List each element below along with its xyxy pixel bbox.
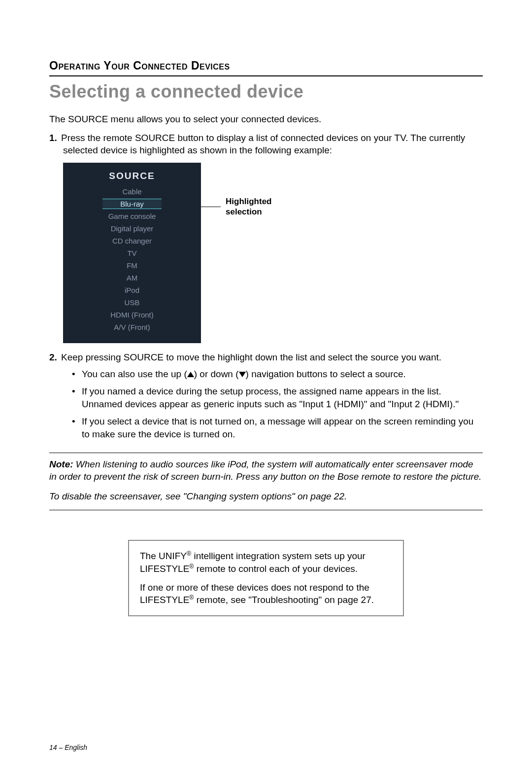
note-rule-bottom [49, 510, 483, 510]
step-text: Keep pressing SOURCE to move the highlig… [61, 352, 441, 362]
note-label: Note: [49, 459, 73, 469]
note-paragraph: Note: When listening to audio sources li… [49, 458, 483, 483]
info-box: The UNIFY® intelligent integration syste… [128, 540, 404, 617]
step-1: 1.Press the remote SOURCE button to disp… [63, 132, 483, 157]
info-p2: If one or more of these devices does not… [140, 581, 392, 607]
source-item: HDMI (Front) [110, 310, 154, 320]
source-item: A/V (Front) [114, 322, 150, 332]
note-disable: To disable the screensaver, see "Changin… [49, 490, 483, 503]
section-header: Operating Your Connected Devices [49, 59, 483, 72]
step-2: 2.Keep pressing SOURCE to move the highl… [63, 351, 483, 441]
source-menu-title: SOURCE [109, 171, 155, 181]
info-p1: The UNIFY® intelligent integration syste… [140, 550, 392, 575]
intro-text: The SOURCE menu allows you to select you… [49, 113, 483, 126]
source-item: FM [127, 260, 137, 271]
bullet-named-device: If you named a device during the setup p… [72, 385, 483, 410]
source-item: Cable [122, 186, 141, 197]
step-number: 1. [49, 132, 61, 144]
source-item: CD changer [112, 236, 152, 246]
source-item: TV [127, 248, 136, 258]
registered-mark: ® [187, 550, 191, 557]
source-item: Digital player [111, 223, 154, 234]
source-item: Game console [108, 211, 156, 221]
note-rule-top [49, 453, 483, 453]
source-item: iPod [125, 285, 139, 295]
bullet-nav-buttons: You can also use the up () or down () na… [72, 368, 483, 381]
source-item: USB [125, 297, 140, 308]
up-arrow-icon [187, 372, 194, 377]
source-item-highlighted: Blu-ray [102, 199, 162, 209]
figure-callout: Highlighted selection [201, 196, 271, 217]
note-body: When listening to audio sources like iPo… [49, 459, 482, 482]
callout-label: Highlighted selection [226, 196, 271, 217]
source-item: AM [127, 273, 138, 283]
down-arrow-icon [239, 372, 246, 377]
page-footer: 14 – English [49, 743, 87, 751]
step-number: 2. [49, 351, 61, 364]
section-rule [49, 75, 483, 76]
bullet-device-off: If you select a device that is not turne… [72, 415, 483, 440]
page-title: Selecting a connected device [49, 81, 483, 102]
source-menu: SOURCE Cable Blu-ray Game console Digita… [63, 163, 201, 343]
source-menu-figure: SOURCE Cable Blu-ray Game console Digita… [63, 163, 483, 343]
step-text: Press the remote SOURCE button to displa… [61, 133, 465, 156]
callout-leader-line [201, 207, 221, 207]
